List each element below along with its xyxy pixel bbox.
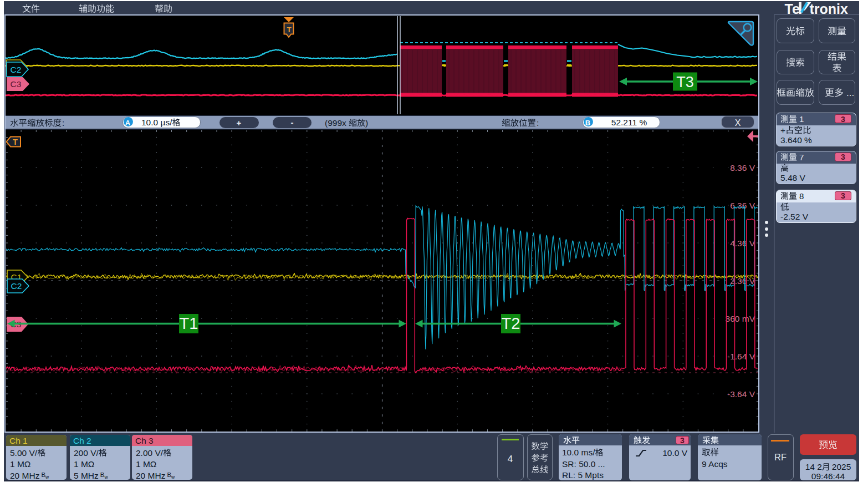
svg-text:C2: C2 [11, 281, 22, 291]
svg-text:-3.64 V: -3.64 V [727, 389, 755, 399]
svg-text:-: - [291, 118, 294, 127]
svg-text:T2: T2 [502, 314, 520, 332]
svg-text:10.0 ms/: 10.0 ms/ [562, 448, 595, 457]
svg-text:RF: RF [774, 452, 787, 462]
svg-text:tronix: tronix [810, 1, 849, 17]
svg-text:2025: 2025 [832, 462, 851, 471]
svg-text:RL: 5 Mpts: RL: 5 Mpts [562, 470, 604, 480]
svg-text:20 MHz: 20 MHz [10, 471, 39, 480]
svg-text:C2: C2 [11, 65, 22, 74]
svg-text::: : [537, 118, 539, 128]
svg-text:C3: C3 [11, 79, 22, 89]
svg-text:3: 3 [841, 191, 845, 200]
svg-text:3: 3 [841, 153, 845, 161]
svg-text:5.48 V: 5.48 V [780, 173, 805, 182]
svg-text:52.211 %: 52.211 % [611, 118, 647, 127]
svg-text:w: w [45, 474, 49, 480]
svg-text:A: A [125, 119, 131, 127]
svg-text:1 MΩ: 1 MΩ [136, 459, 156, 469]
svg-text:): ) [365, 118, 368, 128]
svg-text:14 2: 14 2 [805, 462, 822, 471]
svg-text:...: ... [846, 88, 854, 98]
svg-text:(999x: (999x [325, 118, 346, 128]
svg-text:5.00 V/: 5.00 V/ [10, 448, 38, 458]
svg-text:T3: T3 [676, 74, 694, 90]
svg-text:360 mV: 360 mV [726, 314, 755, 323]
svg-text:10.0 V: 10.0 V [662, 448, 687, 458]
svg-text:X: X [735, 118, 741, 128]
svg-text:B: B [585, 119, 590, 127]
svg-text:+: + [237, 118, 242, 128]
svg-text:09:46:44: 09:46:44 [811, 471, 845, 481]
svg-text:+: + [780, 125, 785, 135]
svg-text:w: w [104, 474, 109, 480]
svg-text:-2.52 V: -2.52 V [780, 212, 809, 221]
svg-text:T1: T1 [180, 314, 198, 332]
svg-text:3: 3 [841, 115, 845, 124]
svg-text:Te: Te [785, 1, 800, 17]
svg-text:3: 3 [680, 436, 685, 445]
svg-text:T: T [13, 138, 18, 146]
svg-text:200 V/: 200 V/ [74, 448, 99, 458]
svg-text:SR: 50.0 ...: SR: 50.0 ... [562, 459, 605, 469]
svg-text:2.00 V/: 2.00 V/ [136, 448, 164, 458]
svg-text:1: 1 [799, 114, 804, 124]
svg-text:Ch 3: Ch 3 [135, 436, 154, 445]
svg-text::: : [62, 118, 64, 128]
svg-text:1 MΩ: 1 MΩ [74, 459, 94, 469]
svg-text:-1.64 V: -1.64 V [727, 352, 755, 361]
svg-text:5 MHz: 5 MHz [74, 471, 99, 480]
svg-text:20 MHz: 20 MHz [136, 471, 165, 480]
svg-text:3.640 %: 3.640 % [780, 135, 812, 145]
svg-text:T: T [287, 26, 292, 34]
svg-text:8: 8 [799, 191, 804, 201]
svg-text:7: 7 [799, 153, 804, 162]
svg-text:1 MΩ: 1 MΩ [10, 459, 30, 469]
svg-text:Ch 1: Ch 1 [9, 436, 28, 445]
svg-text:w: w [171, 474, 175, 480]
svg-text:4: 4 [508, 454, 513, 464]
svg-text:9 Acqs: 9 Acqs [702, 459, 728, 469]
svg-text:8.36 V: 8.36 V [730, 163, 755, 173]
svg-text:Ch 2: Ch 2 [73, 436, 91, 445]
svg-text:10.0 µs/: 10.0 µs/ [141, 118, 172, 127]
